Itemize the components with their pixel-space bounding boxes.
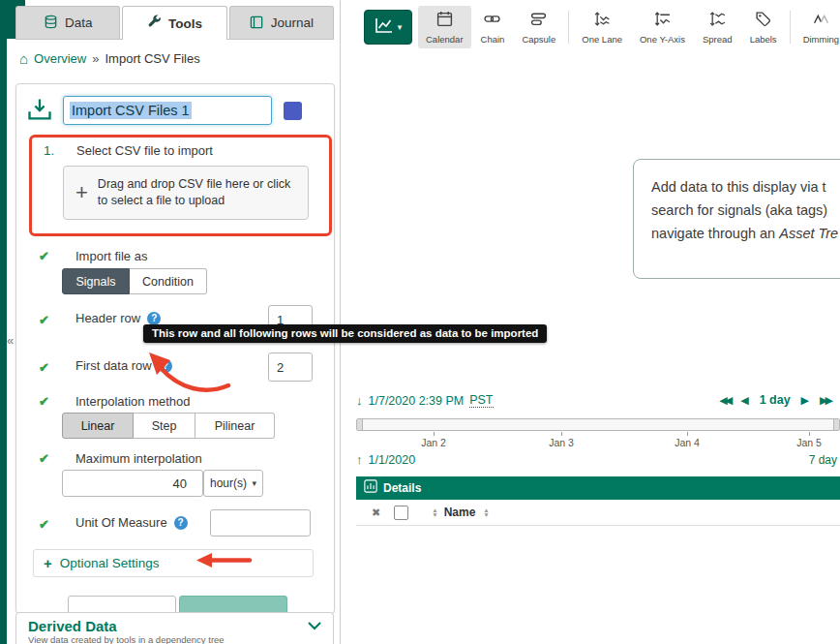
one-y-axis-icon: [654, 11, 671, 31]
workbench: « Data Tools: [0, 0, 840, 644]
tool-name-input[interactable]: Import CSV Files 1: [63, 96, 272, 125]
interp-option-step[interactable]: Step: [134, 413, 195, 439]
tab-label: Data: [65, 15, 93, 30]
panel-divider: [340, 0, 341, 644]
interp-option-pilinear[interactable]: Pilinear: [195, 413, 275, 439]
color-square-button[interactable]: [284, 102, 302, 120]
tab-tools[interactable]: Tools: [122, 6, 226, 40]
first-data-row-label: First data row: [75, 358, 152, 373]
import-csv-tool-panel: Import CSV Files 1 1. Select CSV file to…: [15, 83, 335, 614]
tick-label: Jan 5: [796, 437, 822, 448]
scrubber-left-grip[interactable]: [357, 419, 363, 430]
toolbar-item-one-y-axis[interactable]: One Y-Axis: [632, 6, 693, 48]
tooltip: This row and all following rows will be …: [143, 324, 547, 343]
collapse-icon: «: [7, 333, 14, 348]
timezone-label[interactable]: PST: [469, 393, 493, 408]
chain-icon: [484, 11, 500, 31]
time-axis: Jan 2 Jan 3 Jan 4 Jan 5: [356, 432, 840, 449]
check-icon: ✔: [39, 517, 49, 532]
toolbar-item-labels[interactable]: Labels: [742, 6, 785, 48]
sidebar-collapse-handle[interactable]: «: [7, 333, 14, 348]
check-icon: ✔: [39, 313, 49, 327]
message-line: navigate through an Asset Tre: [651, 222, 840, 245]
tick-label: Jan 2: [421, 437, 446, 448]
sort-icon[interactable]: ▲▼: [432, 507, 437, 517]
details-title: Details: [383, 481, 421, 495]
interp-option-linear[interactable]: Linear: [62, 413, 134, 439]
dimming-icon: [813, 11, 829, 31]
first-data-row-help-icon[interactable]: ?: [159, 359, 172, 373]
caret-down-icon: ▾: [398, 22, 403, 32]
caret-down-icon: ▾: [252, 478, 256, 488]
wrench-icon: [147, 15, 162, 32]
toolbar-item-dimming[interactable]: Dimming: [795, 6, 840, 48]
start-date-label: 1/1/2020: [369, 453, 416, 467]
tabbar: Data Tools Journal: [15, 6, 334, 39]
check-icon: ✔: [39, 451, 49, 466]
step-back-double-button[interactable]: ◀◀: [719, 394, 730, 407]
scrubber-right-grip[interactable]: [833, 419, 839, 430]
toolbar-item-chain[interactable]: Chain: [473, 6, 513, 48]
sort-icon[interactable]: ▲▼: [483, 507, 489, 517]
home-icon: ⌂: [19, 50, 28, 67]
display-toolbar: Calendar Chain Capsule One Lane: [418, 6, 840, 48]
time-scrubber[interactable]: [356, 418, 840, 431]
tab-journal[interactable]: Journal: [229, 6, 334, 39]
optional-settings-toggle[interactable]: + Optional Settings: [33, 549, 314, 577]
details-chart-icon: [364, 479, 377, 497]
max-interp-value-input[interactable]: 40: [62, 470, 203, 497]
step-forward-button[interactable]: ▶: [801, 394, 809, 407]
details-header[interactable]: Details: [356, 476, 840, 500]
tab-label: Journal: [271, 15, 314, 30]
signals-toggle[interactable]: Signals: [62, 268, 130, 294]
breadcrumb: ⌂ Overview » Import CSV Files: [19, 50, 200, 67]
maximum-interpolation-label: Maximum interpolation: [75, 451, 202, 466]
selected-text: Import CSV Files 1: [70, 102, 192, 119]
step-forward-double-button[interactable]: ▶▶: [820, 394, 830, 407]
check-icon: ✔: [39, 394, 49, 409]
remove-column-icon[interactable]: ✖: [372, 506, 380, 519]
interpolation-method-label: Interpolation method: [75, 394, 191, 409]
view-selector-dropdown[interactable]: ▾: [364, 10, 412, 45]
dropzone-text: Drag and drop CSV file here or click to …: [98, 176, 290, 209]
toolbar-item-one-lane[interactable]: One Lane: [574, 6, 630, 48]
labels-icon: [755, 11, 771, 31]
uom-help-icon[interactable]: ?: [174, 516, 188, 530]
message-line: search for signals (aka tags): [651, 199, 840, 222]
display-range-start[interactable]: ↑ 1/1/2020: [356, 452, 415, 467]
toolbar-item-calendar[interactable]: Calendar: [418, 6, 471, 48]
breadcrumb-overview-link[interactable]: Overview: [34, 51, 86, 66]
header-row-help-icon[interactable]: ?: [147, 312, 161, 325]
details-table-header: ✖ ▲▼ Name ▲▼: [356, 500, 840, 526]
tab-label: Tools: [168, 16, 202, 31]
end-time-label: 1/7/2020 2:39 PM: [369, 394, 465, 408]
import-file-as-label: Import file as: [75, 249, 147, 263]
display-range-end[interactable]: ↓ 1/7/2020 2:39 PM PST: [356, 393, 494, 408]
import-csv-icon: [26, 97, 53, 126]
capsule-icon: [530, 11, 547, 31]
tick-label: Jan 3: [549, 437, 574, 448]
down-arrow-icon: ↓: [356, 393, 363, 408]
duration-label[interactable]: 7 day: [809, 453, 837, 467]
derived-data-title: Derived Data: [28, 618, 117, 634]
csv-dropzone[interactable]: + Drag and drop CSV file here or click t…: [63, 166, 309, 220]
plus-icon: +: [44, 555, 52, 571]
toolbar-item-spread[interactable]: Spread: [695, 6, 740, 48]
step-size-label[interactable]: 1 day: [760, 393, 791, 407]
toolbar-item-capsule[interactable]: Capsule: [514, 6, 563, 48]
check-icon: ✔: [39, 360, 49, 375]
up-arrow-icon: ↑: [356, 452, 363, 467]
message-line: Add data to this display via t: [651, 175, 840, 199]
calendar-icon: [436, 11, 453, 31]
derived-data-panel-header[interactable]: Derived Data View data created by tools …: [15, 612, 334, 644]
step-back-button[interactable]: ◀: [740, 394, 748, 407]
toolbar-separator: [568, 11, 569, 44]
condition-toggle[interactable]: Condition: [130, 268, 207, 294]
uom-input[interactable]: [210, 509, 311, 537]
tab-data[interactable]: Data: [15, 6, 120, 39]
chevron-down-icon: [308, 617, 321, 634]
max-interp-unit-select[interactable]: hour(s) ▾: [203, 470, 263, 497]
select-all-checkbox[interactable]: [394, 506, 408, 520]
name-column-header[interactable]: Name: [444, 506, 476, 519]
first-data-row-input[interactable]: 2: [268, 353, 313, 382]
